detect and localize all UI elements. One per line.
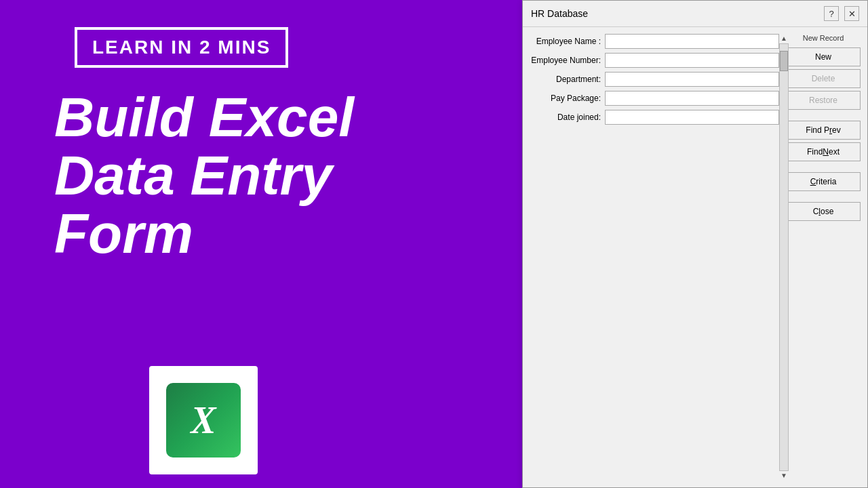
- scroll-up-arrow[interactable]: ▲: [781, 35, 787, 42]
- field-row-department: Department:: [530, 72, 779, 87]
- field-row-employee-name: Employee Name :: [530, 34, 779, 49]
- dialog-title: HR Database: [531, 8, 588, 19]
- dialog-titlebar: HR Database ? ✕: [523, 1, 867, 27]
- main-title: Build Excel Data Entry Form: [41, 88, 354, 263]
- restore-button[interactable]: Restore: [786, 91, 861, 110]
- excel-icon-container: X: [149, 366, 258, 474]
- criteria-button[interactable]: Criteria: [786, 172, 861, 191]
- left-section: LEARN IN 2 MINS Build Excel Data Entry F…: [0, 0, 509, 488]
- field-row-employee-number: Employee Number:: [530, 53, 779, 68]
- pay-package-label: Pay Package:: [530, 94, 601, 103]
- find-prev-button[interactable]: Find Prev: [786, 121, 861, 140]
- scroll-thumb: [780, 51, 788, 71]
- new-button[interactable]: New: [786, 47, 861, 66]
- excel-letter: X: [191, 399, 216, 442]
- dialog-fields: Employee Name : Employee Number: Departm…: [530, 34, 779, 481]
- delete-button[interactable]: Delete: [786, 69, 861, 88]
- employee-name-input[interactable]: [605, 34, 779, 49]
- new-record-label: New Record: [786, 34, 861, 42]
- scroll-indicator: ▲ ▼: [778, 34, 789, 481]
- learn-badge: LEARN IN 2 MINS: [75, 27, 288, 68]
- close-button[interactable]: Close: [786, 202, 861, 221]
- field-row-pay-package: Pay Package:: [530, 91, 779, 106]
- employee-number-input[interactable]: [605, 53, 779, 68]
- scroll-down-arrow[interactable]: ▼: [781, 472, 787, 479]
- date-joined-input[interactable]: [605, 110, 779, 125]
- scroll-track: [779, 43, 789, 471]
- field-row-date-joined: Date joined:: [530, 110, 779, 125]
- find-next-button[interactable]: Find Next: [786, 142, 861, 161]
- employee-number-label: Employee Number:: [530, 56, 601, 65]
- close-x-button[interactable]: ✕: [844, 6, 859, 21]
- badge-text: LEARN IN 2 MINS: [92, 37, 271, 58]
- excel-icon: X: [166, 383, 241, 458]
- date-joined-label: Date joined:: [530, 113, 601, 122]
- department-label: Department:: [530, 75, 601, 84]
- pay-package-input[interactable]: [605, 91, 779, 106]
- dialog-body: Employee Name : Employee Number: Departm…: [523, 27, 867, 487]
- dialog-buttons: New Record New Delete Restore Find Prev …: [786, 34, 861, 481]
- help-button[interactable]: ?: [824, 6, 839, 21]
- department-input[interactable]: [605, 72, 779, 87]
- employee-name-label: Employee Name :: [530, 37, 601, 46]
- hr-database-dialog: HR Database ? ✕ Employee Name : Employee…: [522, 0, 868, 488]
- right-section: HR Database ? ✕ Employee Name : Employee…: [522, 0, 868, 488]
- dialog-controls: ? ✕: [824, 6, 859, 21]
